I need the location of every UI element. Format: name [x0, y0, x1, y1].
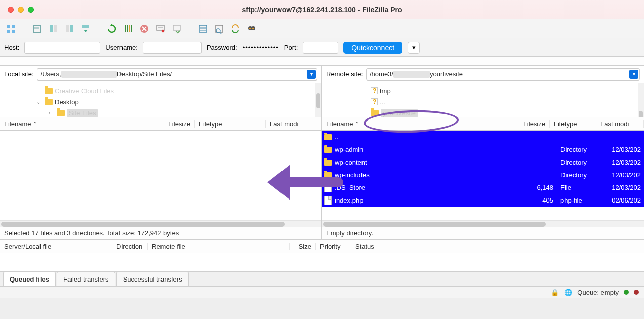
remote-path-input[interactable]: /home3/yourlivesite ▾	[366, 68, 640, 81]
refresh-icon[interactable]	[105, 22, 118, 35]
transfer-queue[interactable]	[0, 253, 644, 271]
chevron-down-icon[interactable]: ▾	[307, 70, 316, 79]
port-label: Port:	[284, 44, 298, 51]
svg-rect-7	[50, 25, 53, 32]
file-icon	[324, 183, 332, 192]
site-manager-icon[interactable]	[4, 22, 17, 35]
col-serverfile[interactable]: Server/Local file	[0, 243, 112, 250]
list-item[interactable]: wp-includesDirectory12/03/202	[322, 169, 644, 181]
col-priority[interactable]: Priority	[316, 243, 351, 250]
folder-icon	[371, 110, 379, 116]
col-filetype[interactable]: Filetype	[550, 120, 596, 128]
lock-icon: 🔒	[551, 289, 559, 296]
col-filesize[interactable]: Filesize	[518, 120, 550, 128]
local-filelist[interactable]	[0, 131, 321, 227]
filter-icon[interactable]	[196, 22, 210, 35]
list-item[interactable]: wp-contentDirectory12/03/202	[322, 156, 644, 169]
scrollbar[interactable]	[638, 83, 644, 117]
blurred-segment	[61, 71, 117, 78]
quickconnect-bar: Host: Username: Password: ••••••••••••• …	[0, 38, 644, 57]
disclosure-icon[interactable]: ›	[49, 110, 55, 116]
list-item[interactable]: .DS_Store6,148File12/03/202	[322, 181, 644, 194]
unknown-folder-icon	[371, 87, 378, 94]
local-columns: Filename⌃ Filesize Filetype Last modi	[0, 117, 321, 131]
compare-icon[interactable]	[213, 22, 226, 35]
tab-queued[interactable]: Queued files	[3, 272, 56, 286]
cancel-icon[interactable]	[138, 22, 151, 35]
col-lastmod[interactable]: Last modi	[596, 120, 644, 128]
queue-tabs: Queued files Failed transfers Successful…	[0, 271, 644, 287]
col-filename[interactable]: Filename⌃	[322, 120, 518, 128]
remote-tree[interactable]: tmp ... yourlivesite	[322, 83, 644, 117]
status-dot-red	[634, 290, 639, 295]
svg-rect-31	[249, 28, 251, 29]
col-remotefile[interactable]: Remote file	[148, 243, 290, 250]
queue-status: Queue: empty	[577, 289, 619, 296]
sync-browsing-icon[interactable]	[229, 22, 242, 35]
col-lastmod[interactable]: Last modi	[266, 120, 321, 128]
toggle-remote-tree-icon[interactable]	[63, 22, 76, 35]
list-item[interactable]: index.php405php-file02/06/202	[322, 194, 644, 207]
port-input[interactable]	[303, 42, 338, 54]
transfer-columns: Server/Local file Direction Remote file …	[0, 240, 644, 253]
col-direction[interactable]: Direction	[112, 243, 148, 250]
scrollbar[interactable]	[315, 83, 321, 117]
unknown-folder-icon	[371, 98, 378, 105]
log-area	[0, 57, 644, 66]
folder-icon	[57, 110, 65, 116]
quickconnect-dropdown[interactable]: ▾	[408, 42, 420, 54]
svg-rect-2	[7, 30, 10, 33]
toolbar	[0, 19, 644, 38]
path-row: Local site: /Users,Desktop/Site Files/ ▾…	[0, 66, 644, 83]
scrollbar[interactable]	[322, 220, 644, 227]
disclosure-icon[interactable]: ⌄	[36, 99, 43, 105]
svg-rect-0	[7, 25, 10, 28]
folder-icon	[45, 88, 53, 94]
tab-successful[interactable]: Successful transfers	[116, 272, 189, 286]
reconnect-icon[interactable]	[170, 22, 183, 35]
svg-rect-10	[70, 25, 73, 32]
remote-filelist[interactable]: .. wp-adminDirectory12/03/202 wp-content…	[322, 131, 644, 227]
svg-rect-21	[173, 25, 180, 30]
local-status: Selected 17 files and 3 directories. Tot…	[0, 227, 321, 240]
status-dot-green	[624, 290, 629, 295]
col-filetype[interactable]: Filetype	[195, 120, 266, 128]
sort-asc-icon: ⌃	[33, 121, 37, 127]
svg-rect-1	[12, 25, 15, 28]
svg-rect-3	[12, 30, 15, 33]
tab-failed[interactable]: Failed transfers	[57, 272, 115, 286]
folder-icon	[324, 160, 332, 166]
username-input[interactable]	[143, 42, 202, 54]
window-title: sftp://yourwow7@162.241.218.100 - FileZi…	[0, 6, 644, 14]
quickconnect-button[interactable]: Quickconnect	[343, 42, 402, 54]
remote-status: Empty directory.	[322, 227, 644, 240]
list-item[interactable]: wp-adminDirectory12/03/202	[322, 143, 644, 156]
username-label: Username:	[105, 44, 138, 51]
status-bar: 🔒 🌐 Queue: empty	[0, 287, 644, 298]
local-tree[interactable]: Creative Cloud Files ⌄Desktop ›Site File…	[0, 83, 321, 117]
toggle-log-icon[interactable]	[30, 22, 44, 35]
svg-rect-9	[66, 25, 69, 32]
search-icon[interactable]	[245, 22, 258, 35]
password-label: Password:	[207, 44, 237, 51]
chevron-down-icon[interactable]: ▾	[629, 70, 638, 79]
toggle-local-tree-icon[interactable]	[47, 22, 60, 35]
toggle-queue-icon[interactable]	[79, 22, 92, 35]
disconnect-icon[interactable]	[154, 22, 167, 35]
svg-rect-19	[157, 25, 164, 30]
host-label: Host:	[4, 44, 19, 51]
local-site-label: Local site:	[4, 70, 34, 78]
col-filename[interactable]: Filename⌃	[0, 120, 162, 128]
col-status[interactable]: Status	[351, 243, 407, 250]
host-input[interactable]	[24, 42, 100, 54]
folder-icon	[45, 99, 53, 105]
process-queue-icon[interactable]	[122, 22, 135, 35]
local-path-input[interactable]: /Users,Desktop/Site Files/ ▾	[37, 68, 317, 81]
password-input[interactable]: •••••••••••••	[243, 44, 279, 51]
panes: Creative Cloud Files ⌄Desktop ›Site File…	[0, 83, 644, 240]
col-size[interactable]: Size	[290, 243, 316, 250]
col-filesize[interactable]: Filesize	[162, 120, 195, 128]
globe-icon: 🌐	[564, 289, 572, 296]
scrollbar[interactable]	[0, 220, 321, 227]
list-item[interactable]: ..	[322, 131, 644, 143]
